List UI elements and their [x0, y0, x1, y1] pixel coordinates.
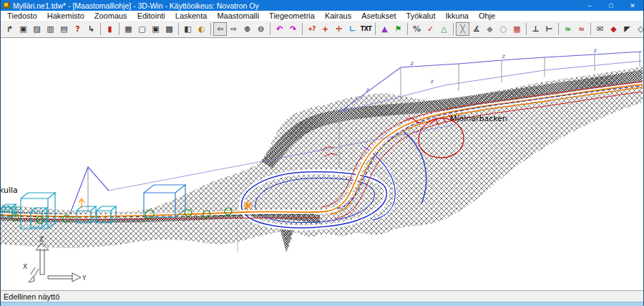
menu-item-tykalut[interactable]: Työkalut [401, 11, 441, 21]
minimize-button[interactable]: – [579, 0, 600, 11]
status-text: Edellinen näyttö [4, 292, 59, 301]
axis-z-label: Z [39, 236, 44, 243]
toolbar-separator [178, 23, 179, 35]
contour-circle-button[interactable]: ○ [497, 22, 510, 36]
section-curves-a-button[interactable]: ≈ [561, 22, 575, 36]
text-add-button[interactable]: TXT [359, 22, 373, 36]
menu-item-asetukset[interactable]: Asetukset [356, 11, 401, 21]
model-box-button[interactable]: ◇ [634, 22, 644, 36]
solid-view-button[interactable]: ◆ [607, 22, 620, 36]
coordinate-check-button[interactable]: ✓ [424, 22, 437, 36]
send-mail-button[interactable]: ✉ [593, 22, 607, 36]
toolbar: ↱▣▨▥▤?↳▮▦▢▣▩◧◐⇦⇨⊕⊖↶↷+?+✛∟TXT▲⚑%✓△╳∡◆○▦⊥⊢… [1, 21, 643, 38]
menu-item-kairaus[interactable]: Kairaus [320, 11, 356, 21]
profile-tool-button[interactable]: ⊢ [542, 22, 556, 36]
next-view-button[interactable]: ⇨ [227, 22, 240, 36]
surface-model-icon: ▲ [381, 25, 387, 33]
file-open-button[interactable]: ↱ [3, 22, 16, 36]
section-angle-button[interactable]: ∡ [469, 22, 483, 36]
menu-item-zoomaus[interactable]: Zoomaus [89, 11, 132, 21]
previous-view-button[interactable]: ⇦ [213, 22, 227, 36]
colored-grid-button[interactable]: ▦ [510, 22, 524, 36]
menu-item-tiegeometria[interactable]: Tiegeometria [264, 11, 320, 21]
zoom-in-button[interactable]: ⊕ [240, 22, 254, 36]
cross-section-line-button[interactable]: ╳ [456, 22, 469, 36]
section-curves-b-icon: ≈ [578, 25, 585, 33]
toolbar-separator [375, 23, 376, 35]
fence-z-label: z [410, 60, 414, 67]
menu-item-ikkuna[interactable]: Ikkuna [440, 11, 473, 21]
file-copy-button[interactable]: ▤ [57, 22, 71, 36]
points-add-button[interactable]: ✛ [332, 22, 346, 36]
triangle-model-icon: △ [441, 25, 447, 33]
menu-item-hakemisto[interactable]: Hakemisto [42, 11, 89, 21]
file-reference-button[interactable]: ▨ [30, 22, 44, 36]
file-query-button[interactable]: ? [71, 22, 84, 36]
active-element-button[interactable]: ▮ [103, 22, 117, 36]
pointer-tool-button[interactable]: ◤ [620, 22, 634, 36]
window-bottom-border [1, 302, 643, 306]
view-numeric-button[interactable]: ▢ [135, 22, 149, 36]
arrow-marker [79, 199, 84, 209]
area-flag-button[interactable]: ⚑ [391, 22, 405, 36]
toolbar-separator [119, 23, 119, 35]
undo-button[interactable]: ↶ [273, 22, 286, 36]
point-info-button[interactable]: +? [305, 22, 318, 36]
view-raster-button[interactable]: ▩ [162, 22, 176, 36]
menu-item-editointi[interactable]: Editointi [132, 11, 170, 21]
place-label-left: kulla [1, 186, 18, 195]
menu-item-laskenta[interactable]: Laskenta [170, 11, 213, 21]
print-button[interactable]: ▦ [122, 22, 135, 36]
solid-model-icon: ◆ [487, 25, 492, 33]
view-store-button[interactable]: ▣ [149, 22, 162, 36]
app-window: Mylläri.ne1.tdw* - [Maastomalliohje] - 3… [0, 0, 644, 306]
section-angle-icon: ∡ [473, 25, 480, 33]
file-import-button[interactable]: ▣ [16, 22, 30, 36]
maximize-button[interactable]: □ [600, 0, 622, 11]
axis-y-label: Y [82, 274, 87, 282]
drawing-area[interactable]: z z z z z [1, 38, 643, 290]
menu-item-ohje[interactable]: Ohje [474, 11, 500, 21]
toolbar-separator [453, 23, 454, 35]
file-import-icon: ▣ [19, 25, 26, 33]
line-measure-button[interactable]: ∟ [346, 22, 359, 36]
window-title: Mylläri.ne1.tdw* - [Maastomalliohje] - 3… [13, 1, 579, 10]
file-write-button[interactable]: ▥ [44, 22, 57, 36]
status-bar: Edellinen näyttö [1, 290, 643, 302]
section-curves-b-button[interactable]: ≈ [575, 22, 588, 36]
toolbar-separator [270, 23, 270, 35]
undo-icon: ↶ [276, 25, 283, 33]
zoom-out-button[interactable]: ⊖ [254, 22, 268, 36]
file-reference-icon: ▨ [33, 25, 40, 33]
solid-view-icon: ◆ [610, 25, 616, 33]
map-canvas[interactable]: z z z z z [1, 38, 643, 290]
solid-model-button[interactable]: ◆ [483, 22, 497, 36]
file-open-icon: ↱ [6, 25, 13, 33]
file-query-icon: ? [75, 25, 79, 33]
area-flag-icon: ⚑ [395, 25, 402, 33]
surface-model-button[interactable]: ▲ [378, 22, 391, 36]
view-raster-icon: ▩ [165, 25, 172, 33]
redraw-button[interactable]: ◐ [195, 22, 208, 36]
section-curves-a-icon: ≈ [565, 25, 571, 33]
triangle-model-button[interactable]: △ [437, 22, 451, 36]
file-export-button[interactable]: ↳ [84, 22, 98, 36]
fit-window-button[interactable]: ◧ [181, 22, 195, 36]
point-add-button[interactable]: + [318, 22, 332, 36]
toolbar-separator [407, 23, 408, 35]
close-button[interactable]: ✕ [622, 0, 643, 11]
redo-icon: ↷ [290, 25, 296, 33]
menu-bar: TiedostoHakemistoZoomausEditointiLaskent… [1, 11, 643, 21]
coordinate-transform-button[interactable]: % [410, 22, 424, 36]
menu-item-tiedosto[interactable]: Tiedosto [2, 11, 42, 21]
view-numeric-icon: ▢ [138, 25, 145, 33]
fence-z-label: z [366, 87, 369, 93]
app-icon [4, 2, 10, 9]
menu-item-maastomalli[interactable]: Maastomalli [212, 11, 264, 21]
zoom-in-icon: ⊕ [244, 25, 250, 33]
profile-add-button[interactable]: ⊥ [529, 22, 542, 36]
redo-button[interactable]: ↷ [286, 22, 300, 36]
fence-z-label: z [593, 47, 597, 54]
points-add-icon: ✛ [336, 25, 342, 33]
zoom-out-icon: ⊖ [258, 25, 264, 33]
